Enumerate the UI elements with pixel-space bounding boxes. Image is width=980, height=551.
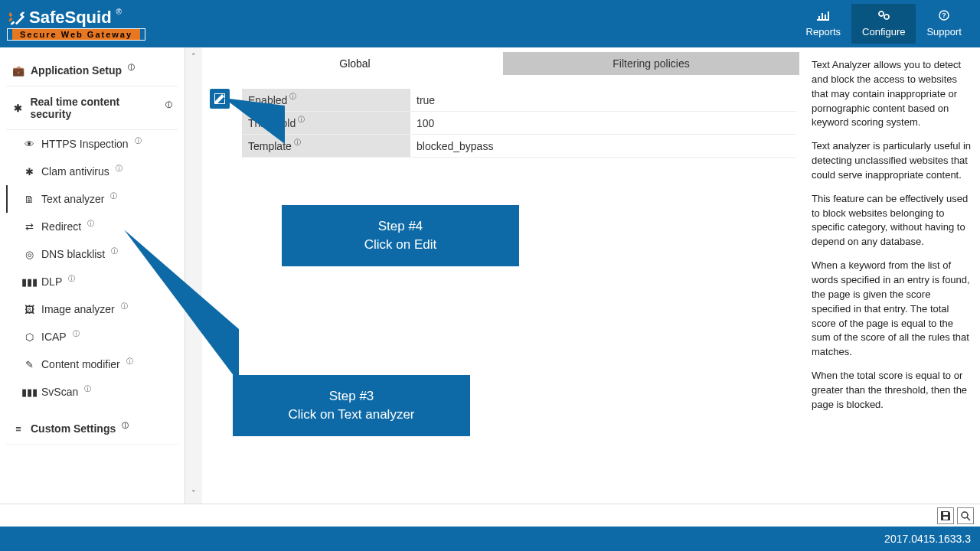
callout-step4-title: Step #4 — [305, 217, 496, 236]
sidebar-item-clam[interactable]: ✱ Clam antivirus ⓘ — [6, 158, 178, 185]
info-icon: ⓘ — [128, 63, 135, 73]
info-text: Text analyzer is particularly useful in … — [812, 139, 972, 183]
reports-label: Reports — [806, 26, 841, 37]
callout-step4-text: Click on Edit — [364, 237, 436, 252]
sidebar-custom-label: Custom Settings — [31, 422, 116, 435]
save-button[interactable] — [937, 507, 954, 524]
callout-pointer-step4 — [224, 98, 361, 167]
callout-step3: Step #3 Click on Text analyzer — [233, 375, 470, 436]
footer-bar: 2017.0415.1633.3 — [0, 527, 980, 551]
header-actions: Reports Configure ? Support — [795, 4, 972, 44]
info-icon: ⓘ — [135, 136, 142, 146]
footer-toolbar — [0, 504, 980, 527]
help-icon: ? — [926, 10, 962, 24]
svg-marker-5 — [224, 98, 285, 144]
search-button[interactable] — [957, 507, 974, 524]
sidebar-app-setup-label: Application Setup — [31, 64, 122, 77]
pencil-icon: ✎ — [23, 359, 35, 370]
sidebar-item-label: SvScan — [41, 386, 78, 398]
callout-step3-text: Click on Text analyzer — [288, 407, 414, 422]
support-button[interactable]: ? Support — [916, 4, 972, 44]
sidebar-item-label: DNS blacklist — [41, 248, 105, 260]
info-icon: ⓘ — [87, 219, 94, 229]
info-text: When the total score is equal to or grea… — [812, 369, 972, 412]
puzzle-icon: ✱ — [23, 166, 35, 178]
settings-icon: ≡ — [12, 423, 24, 435]
sidebar-custom[interactable]: ≡ Custom Settings ⓘ — [6, 413, 178, 445]
brand-tagline: Secure Web Gateway — [8, 29, 145, 40]
sidebar-item-label: Text analyzer — [41, 193, 104, 205]
sidebar-item-label: Clam antivirus — [41, 165, 109, 178]
sidebar-item-label: Image analyzer — [41, 303, 115, 315]
image-icon: 🖼 — [23, 304, 35, 315]
sidebar-rtcs[interactable]: ✱ Real time content security ⓘ — [6, 86, 178, 130]
info-icon: ⓘ — [111, 246, 118, 256]
search-icon — [960, 510, 971, 521]
info-icon: ⓘ — [73, 329, 80, 339]
sidebar-item-label: HTTPS Inspection — [41, 138, 129, 150]
svg-line-8 — [967, 517, 970, 520]
info-panel: Text Analyzer allows you to detect and b… — [804, 47, 980, 504]
svg-text:?: ? — [942, 11, 946, 19]
eye-icon: 👁 — [23, 139, 35, 150]
file-icon: 🗎 — [23, 194, 35, 205]
sidebar-item-text-analyzer[interactable]: 🗎 Text analyzer ⓘ — [6, 185, 178, 213]
barcode-icon: ▮▮▮ — [23, 386, 35, 398]
cogs-icon — [862, 10, 905, 24]
dns-icon: ◎ — [23, 249, 35, 260]
info-text: When a keyword from the list of words sp… — [812, 259, 972, 360]
sidebar-item-label: Redirect — [41, 220, 81, 233]
info-icon: ⓘ — [110, 191, 117, 201]
sidebar-item-label: ICAP — [41, 331, 67, 343]
logo-icon — [8, 9, 24, 26]
row-enabled-value: true — [410, 94, 796, 106]
configure-button[interactable]: Configure — [851, 4, 916, 44]
support-label: Support — [926, 26, 962, 37]
version-label: 2017.0415.1633.3 — [884, 533, 971, 545]
footer: 2017.0415.1633.3 — [0, 504, 980, 551]
sidebar-item-label: DLP — [41, 276, 62, 288]
save-icon — [940, 510, 951, 521]
scroll-down-icon[interactable]: ˅ — [191, 489, 196, 499]
configure-label: Configure — [862, 26, 905, 37]
sidebar-rtcs-label: Real time content security — [30, 96, 159, 120]
sidebar-item-label: Content modifier — [41, 358, 120, 370]
info-icon: ⓘ — [116, 164, 122, 174]
sidebar-app-setup[interactable]: 💼 Application Setup ⓘ — [6, 55, 178, 86]
callout-step4: Step #4 Click on Edit — [282, 205, 519, 266]
scroll-up-icon[interactable]: ˄ — [191, 52, 196, 62]
briefcase-icon: 💼 — [12, 65, 24, 77]
info-icon: ⓘ — [84, 384, 91, 394]
gear-icon: ⬡ — [23, 331, 35, 343]
tab-filtering[interactable]: Filtering policies — [503, 52, 799, 75]
chart-icon — [806, 10, 841, 24]
svg-point-7 — [962, 512, 968, 518]
bug-icon: ✱ — [12, 103, 24, 114]
reports-button[interactable]: Reports — [795, 4, 852, 44]
header-bar: SafeSquid ® Secure Web Gateway Reports C… — [0, 0, 980, 47]
shuffle-icon: ⇄ — [23, 221, 35, 233]
barcode-icon: ▮▮▮ — [23, 276, 35, 288]
row-threshold-value: 100 — [410, 117, 796, 129]
brand-name: SafeSquid — [29, 8, 112, 28]
row-template-value: blocked_bypass — [410, 140, 796, 152]
info-icon: ⓘ — [122, 421, 129, 431]
info-text: Text Analyzer allows you to detect and b… — [812, 58, 972, 130]
info-text: This feature can be effectively used to … — [812, 192, 972, 249]
info-icon: ⓘ — [68, 274, 75, 284]
tabs: Global Filtering policies — [207, 52, 799, 75]
tab-global[interactable]: Global — [207, 52, 503, 75]
svg-marker-6 — [124, 230, 239, 383]
info-icon: ⓘ — [165, 100, 172, 110]
sidebar-item-https[interactable]: 👁 HTTPS Inspection ⓘ — [6, 130, 178, 158]
brand-reg: ® — [116, 8, 122, 16]
callout-step3-title: Step #3 — [256, 387, 447, 406]
brand-logo: SafeSquid ® Secure Web Gateway — [8, 8, 145, 40]
